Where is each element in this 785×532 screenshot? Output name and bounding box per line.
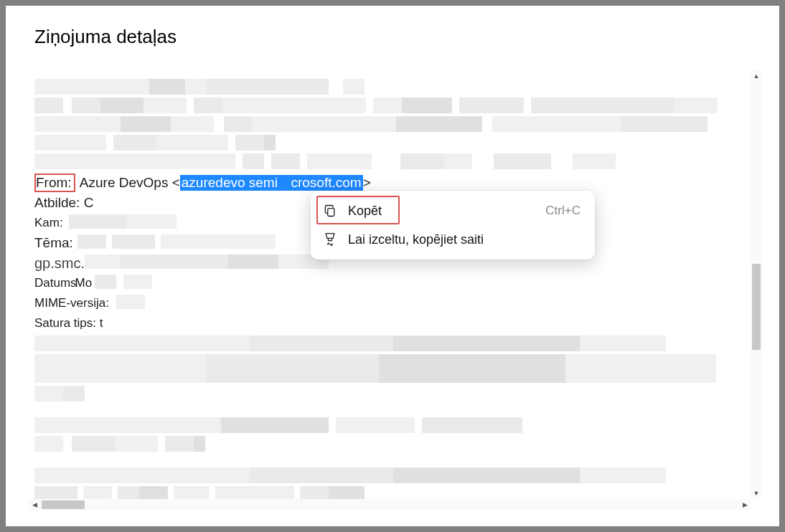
- mime-row: MIME-versija:: [34, 294, 745, 313]
- to-label: Kam:: [34, 216, 63, 230]
- horizontal-scrollbar[interactable]: ◀ ▶: [29, 499, 751, 510]
- from-highlight: From:: [34, 174, 75, 192]
- context-menu: Kopēt Ctrl+C Lai izceltu, kopējiet saiti: [311, 191, 595, 260]
- context-menu-copy-link[interactable]: Lai izceltu, kopējiet saiti: [315, 225, 591, 254]
- subject-value-redacted: [77, 234, 276, 252]
- context-menu-copy-shortcut: Ctrl+C: [545, 204, 580, 218]
- vscroll-thumb[interactable]: [752, 264, 761, 350]
- date-label: Datums: [34, 276, 77, 290]
- date-redacted: [95, 275, 152, 293]
- vertical-scrollbar[interactable]: ▲ ▼: [751, 70, 762, 499]
- dialog-title: Ziņojuma detaļas: [6, 6, 779, 48]
- copy-icon: [322, 203, 338, 219]
- scroll-right-icon[interactable]: ▶: [739, 499, 751, 510]
- context-menu-copy-link-label: Lai izceltu, kopējiet saiti: [348, 232, 580, 247]
- reply-label: Atbilde:: [34, 195, 80, 211]
- close-angle: >: [363, 175, 371, 191]
- contenttype-label: Satura tips:: [34, 316, 96, 331]
- scroll-down-icon[interactable]: ▼: [751, 488, 762, 499]
- context-menu-copy[interactable]: Kopēt Ctrl+C: [315, 196, 591, 225]
- from-sender-name: Azure DevOps: [77, 175, 172, 191]
- content-area: From: Azure DevOps < azuredevo semi .. c…: [29, 70, 762, 510]
- scroll-up-icon[interactable]: ▲: [751, 70, 762, 82]
- to-value-redacted: [69, 214, 177, 232]
- highlighter-link-icon: [322, 232, 338, 247]
- svg-rect-0: [328, 209, 334, 217]
- date-row: DatumsMo: [34, 274, 745, 293]
- message-headers-viewport[interactable]: From: Azure DevOps < azuredevo semi .. c…: [29, 70, 751, 499]
- selected-email-part1[interactable]: azuredevo semi: [180, 175, 279, 191]
- contenttype-value: t: [96, 316, 103, 331]
- scroll-left-icon[interactable]: ◀: [29, 499, 40, 510]
- date-frag: Mo: [75, 276, 93, 290]
- context-menu-copy-label: Kopēt: [348, 204, 535, 219]
- selected-email-part2[interactable]: crosoft.com: [289, 175, 362, 191]
- from-row: From: Azure DevOps < azuredevo semi .. c…: [34, 174, 745, 192]
- open-angle: <: [172, 175, 180, 191]
- gp-text: gp.smc.: [34, 255, 85, 272]
- selected-email-gap[interactable]: ..: [279, 175, 290, 191]
- mime-redacted: [116, 295, 145, 313]
- reply-value: C: [80, 195, 93, 211]
- from-label: From:: [36, 175, 72, 190]
- gp-redacted: [85, 255, 329, 272]
- mime-label: MIME-versija:: [34, 296, 109, 310]
- dialog-window: Ziņojuma detaļas From: Azure DevOps < az…: [6, 6, 779, 526]
- subject-label: Tēma:: [34, 235, 73, 251]
- hscroll-thumb[interactable]: [42, 500, 85, 509]
- contenttype-row: Satura tips: t: [34, 314, 745, 333]
